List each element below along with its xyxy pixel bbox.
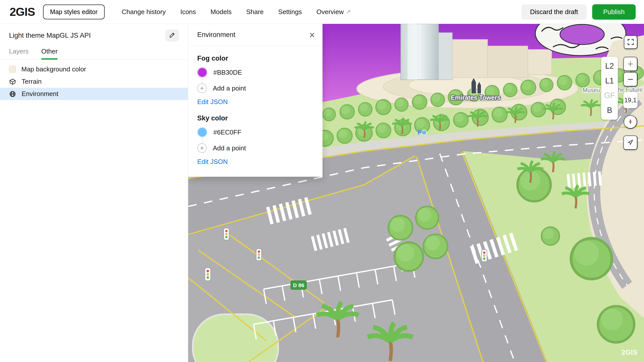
external-link-icon: ↗ — [346, 8, 351, 15]
fog-edit-json-link[interactable]: Edit JSON — [197, 98, 228, 106]
environment-panel: Environment × Fog color #BB30DE + Add a … — [188, 24, 323, 177]
nav-change-history[interactable]: Change history — [122, 8, 166, 16]
tab-layers[interactable]: Layers — [9, 48, 29, 59]
color-swatch-icon — [9, 66, 16, 73]
nav-models[interactable]: Models — [211, 8, 232, 16]
map-styles-editor-button[interactable]: Map styles editor — [43, 5, 105, 19]
topbar: 2GIS Map styles editor Change history Ic… — [0, 0, 644, 24]
nav-icons[interactable]: Icons — [180, 8, 196, 16]
fullscreen-icon — [627, 38, 634, 46]
discard-draft-button[interactable]: Discard the draft — [521, 4, 587, 20]
sky-color-value[interactable]: #6EC0FF — [213, 128, 241, 136]
topbar-actions: Discard the draft Publish — [521, 4, 636, 20]
nav-overview[interactable]: Overview ↗ — [316, 8, 351, 16]
compass-button[interactable] — [624, 115, 637, 129]
nav-share[interactable]: Share — [246, 8, 264, 16]
2gis-logo[interactable]: 2GIS — [10, 5, 35, 19]
floor-gf[interactable]: GF — [601, 88, 618, 103]
other-settings-list: Map background color Terrain Environment — [0, 63, 188, 100]
edit-style-name-button[interactable] — [165, 29, 179, 41]
museum-label-left: Museu — [583, 87, 600, 94]
sky-color-swatch[interactable] — [197, 127, 207, 137]
road-badge: D 86 — [291, 281, 306, 289]
top-navigation: Change history Icons Models Share Settin… — [122, 8, 351, 16]
parking-marker: P — [418, 128, 422, 136]
nav-settings[interactable]: Settings — [278, 8, 302, 16]
panel-title: Environment — [197, 31, 235, 39]
fog-color-value[interactable]: #BB30DE — [213, 69, 242, 76]
locate-button[interactable] — [623, 135, 637, 150]
point-connector — [202, 77, 313, 83]
styles-sidebar: Light theme MapGL JS API Layers Other Ma… — [0, 24, 188, 362]
floor-l2[interactable]: L2 — [601, 59, 618, 73]
style-title: Light theme MapGL JS API — [9, 32, 91, 39]
sidebar-tabs: Layers Other — [0, 43, 188, 60]
tab-other[interactable]: Other — [41, 48, 58, 59]
zoom-in-button[interactable]: + — [623, 57, 637, 71]
compass-icon — [627, 118, 634, 126]
fog-color-heading: Fog color — [197, 55, 313, 62]
zoom-level-indicator: 19,1 — [623, 92, 637, 108]
terrain-icon — [9, 78, 16, 85]
fog-color-swatch[interactable] — [197, 67, 207, 77]
map-watermark: 2GIS — [621, 348, 637, 356]
close-icon[interactable]: × — [309, 30, 315, 40]
svg-text:D 86: D 86 — [293, 282, 304, 288]
parking-dot-icon — [422, 130, 427, 135]
map-viewport: P D 86 Emirates Towers Museu The Future … — [188, 24, 644, 362]
point-connector — [202, 137, 313, 143]
building-label: Emirates Towers — [451, 94, 501, 101]
floor-b[interactable]: B — [601, 103, 618, 118]
sky-add-point[interactable]: + Add a point — [197, 143, 313, 153]
list-item-terrain[interactable]: Terrain — [0, 75, 188, 88]
fullscreen-button[interactable] — [624, 35, 637, 49]
sky-color-heading: Sky color — [197, 114, 313, 122]
fog-add-point[interactable]: + Add a point — [197, 83, 313, 93]
pencil-icon — [169, 32, 175, 39]
environment-icon — [9, 90, 16, 98]
floor-l1[interactable]: L1 — [601, 74, 618, 88]
plus-icon: + — [197, 83, 207, 93]
locate-arrow-icon — [627, 139, 634, 147]
zoom-out-button[interactable]: − — [623, 72, 637, 86]
list-item-map-background-color[interactable]: Map background color — [0, 63, 188, 75]
sky-edit-json-link[interactable]: Edit JSON — [197, 158, 228, 166]
publish-button[interactable]: Publish — [592, 4, 636, 20]
floor-selector: L2 L1 GF B — [601, 57, 618, 120]
plus-icon: + — [197, 143, 207, 153]
list-item-environment[interactable]: Environment — [0, 88, 188, 100]
